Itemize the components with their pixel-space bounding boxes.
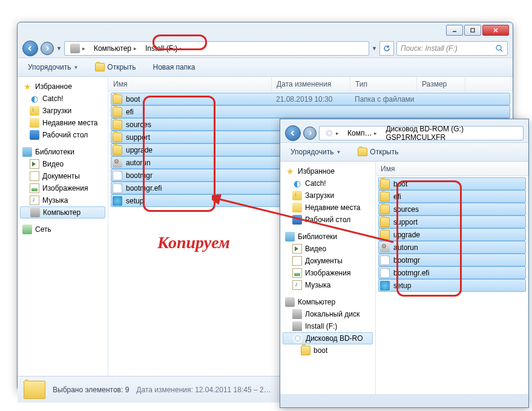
organize-button[interactable]: Упорядочить▼ — [286, 145, 345, 159]
file-row[interactable]: setup — [378, 279, 526, 292]
nav-libraries[interactable]: Библиотеки — [18, 146, 108, 158]
nav-install[interactable]: Install (F:) — [280, 320, 375, 332]
file-row[interactable]: bootmgr — [378, 254, 526, 266]
file-modified: 21.08.2019 10:30 — [276, 95, 355, 104]
nav-desktop[interactable]: Рабочий стол — [18, 129, 108, 141]
refresh-button[interactable] — [379, 41, 394, 56]
nav-downloads[interactable]: Загрузки — [18, 105, 108, 117]
nav-boot[interactable]: boot — [280, 344, 375, 357]
breadcrumb-root[interactable]: ▸ — [66, 42, 90, 54]
file-row[interactable]: upgrade — [378, 228, 526, 241]
documents-icon — [292, 256, 302, 266]
open-button[interactable]: Открыть — [91, 61, 140, 74]
folder-icon — [113, 94, 122, 104]
nav-documents[interactable]: Документы — [280, 255, 375, 267]
nav-label: Изображения — [42, 184, 88, 192]
file-name: support — [393, 218, 466, 226]
nav-label: Изображения — [305, 269, 350, 277]
breadcrumb-computer[interactable]: Компьютер▸ — [90, 42, 141, 54]
organize-button[interactable]: Упорядочить▼ — [24, 61, 82, 74]
nav-libraries[interactable]: Библиотеки — [280, 231, 375, 243]
breadcrumb-drive[interactable]: Дисковод BD-ROM (G:) GSP1RMCULXFR — [381, 127, 522, 139]
nav-recent[interactable]: Недавние места — [280, 202, 375, 214]
file-type: Папка с файлами — [355, 95, 439, 104]
nav-documents[interactable]: Документы — [18, 170, 108, 182]
col-modified[interactable]: Дата изменения — [272, 77, 350, 91]
nav-network[interactable]: Сеть — [18, 223, 108, 235]
toolbar: Упорядочить▼ Открыть — [280, 142, 528, 162]
search-input[interactable]: Поиск: Install (F:) — [396, 41, 508, 56]
newfolder-button[interactable]: Новая папка — [148, 61, 199, 74]
titlebar — [18, 22, 513, 39]
path-dropdown-icon[interactable]: ▼ — [372, 45, 377, 51]
images-icon — [292, 268, 302, 278]
close-button[interactable] — [482, 25, 509, 36]
nav-label: Музыка — [305, 281, 330, 289]
nav-localdisk[interactable]: Локальный диск — [280, 308, 375, 320]
file-row[interactable]: autorun — [378, 241, 526, 254]
list-body[interactable]: bootefisourcessupportupgradeautorunbootm… — [376, 176, 528, 293]
maximize-button[interactable] — [464, 25, 481, 36]
nav-images[interactable]: Изображения — [18, 182, 108, 194]
file-list: Имя bootefisourcessupportupgradeautorunb… — [376, 162, 528, 394]
forward-button[interactable] — [41, 42, 54, 55]
folder-icon — [380, 230, 390, 240]
nav-desktop[interactable]: Рабочий стол — [280, 214, 375, 226]
catch-icon: ◐ — [30, 94, 39, 104]
nav-favorites[interactable]: ★Избранное — [18, 81, 108, 93]
nav-catch[interactable]: ◐Catch! — [280, 177, 375, 189]
nav-label: Catch! — [305, 179, 326, 188]
desktop-icon — [292, 215, 302, 225]
nav-bdrom[interactable]: Дисковод BD-RO — [283, 332, 373, 344]
breadcrumb[interactable]: ▸ Комп…▸ Дисковод BD-ROM (G:) GSP1RMCULX… — [319, 126, 524, 140]
open-label: Открыть — [370, 148, 398, 156]
file-row[interactable]: efi — [111, 105, 510, 118]
file-row[interactable]: support — [378, 215, 526, 228]
back-button[interactable] — [285, 125, 301, 141]
breadcrumb-install[interactable]: Install (F:)▸ — [141, 42, 187, 54]
minimize-button[interactable] — [446, 25, 463, 36]
nav-downloads[interactable]: Загрузки — [280, 189, 375, 202]
file-name: setup — [126, 197, 276, 205]
history-dropdown-icon[interactable]: ▼ — [56, 45, 62, 51]
col-name[interactable]: Имя — [108, 77, 272, 91]
file-name: bootmgr.efi — [126, 184, 276, 192]
nav-music[interactable]: Музыка — [280, 279, 375, 291]
nav-video[interactable]: Видео — [280, 243, 375, 255]
nav-catch[interactable]: ◐Catch! — [18, 93, 108, 105]
file-row[interactable]: boot21.08.2019 10:30Папка с файлами — [111, 93, 510, 105]
video-icon — [30, 159, 39, 169]
address-bar: ▸ Комп…▸ Дисковод BD-ROM (G:) GSP1RMCULX… — [285, 124, 524, 142]
nav-images[interactable]: Изображения — [280, 267, 375, 279]
breadcrumb[interactable]: ▸ Компьютер▸ Install (F:)▸ — [64, 41, 369, 56]
nav-video[interactable]: Видео — [18, 158, 108, 170]
file-row[interactable]: efi — [378, 190, 526, 203]
organize-label: Упорядочить — [291, 148, 333, 156]
forward-button[interactable] — [303, 127, 317, 140]
nav-computer[interactable]: Компьютер — [20, 206, 105, 219]
nav-favorites[interactable]: ★Избранное — [280, 165, 375, 177]
app-icon — [380, 281, 390, 291]
col-label: Имя — [113, 80, 127, 88]
file-icon — [380, 255, 390, 265]
breadcrumb-root[interactable]: ▸ — [321, 127, 343, 139]
back-button[interactable] — [22, 41, 38, 56]
breadcrumb-computer[interactable]: Комп…▸ — [343, 127, 381, 139]
nav-music[interactable]: Музыка — [18, 194, 108, 206]
nav-recent[interactable]: Недавние места — [18, 117, 108, 129]
file-row[interactable]: sources — [378, 203, 526, 215]
file-row[interactable]: bootmgr.efi — [378, 266, 526, 279]
file-row[interactable]: boot — [378, 177, 526, 190]
open-button[interactable]: Открыть — [353, 145, 402, 159]
status-mod-label: Дата изменения: — [136, 386, 193, 394]
address-bar: ▼ ▸ Компьютер▸ Install (F:)▸ ▼ Поиск: In… — [22, 39, 508, 58]
status-mod-value: 12.04.2011 18:45 – 2… — [195, 386, 271, 394]
nav-computer[interactable]: Компьютер — [280, 296, 375, 308]
toolbar: Упорядочить▼ Открыть Новая папка — [18, 58, 513, 77]
file-name: upgrade — [393, 231, 466, 239]
col-type[interactable]: Тип — [350, 77, 417, 91]
nav-label: Документы — [42, 172, 80, 180]
file-name: sources — [393, 205, 466, 214]
col-size[interactable]: Размер — [417, 77, 465, 91]
col-name[interactable]: Имя — [376, 162, 528, 176]
